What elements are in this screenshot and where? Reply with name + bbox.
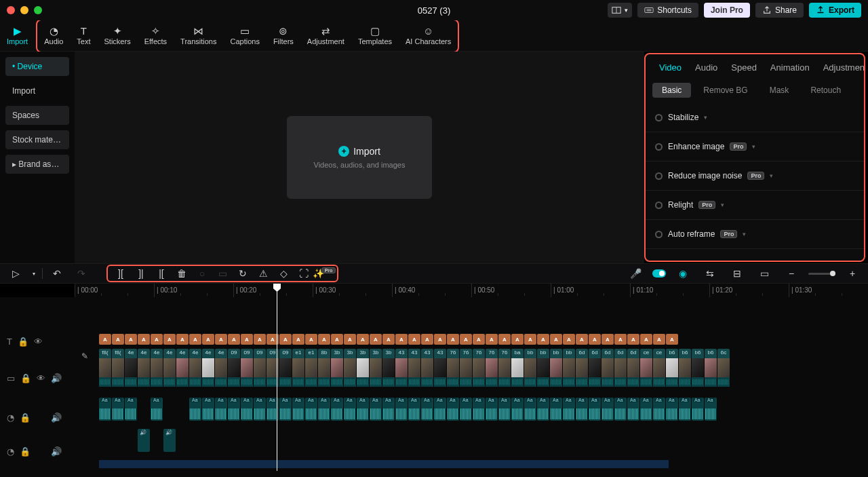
crop-tool[interactable]: ⛶ xyxy=(294,265,314,282)
tab-adjustment[interactable]: ⇄Adjustment xyxy=(300,20,351,52)
video-clip[interactable] xyxy=(576,358,588,387)
text-clip[interactable]: A xyxy=(589,334,601,345)
video-clip[interactable] xyxy=(189,358,201,387)
video-clip[interactable] xyxy=(125,358,137,387)
audio-clip[interactable] xyxy=(408,398,420,421)
video-clip[interactable] xyxy=(447,358,459,387)
video-clip[interactable] xyxy=(537,358,549,387)
text-clip[interactable]: A xyxy=(331,334,343,345)
audio-clip[interactable] xyxy=(241,398,253,421)
video-clip[interactable] xyxy=(640,358,652,387)
text-clip[interactable]: A xyxy=(537,334,549,345)
video-clip[interactable] xyxy=(202,358,214,387)
rp-tab-adjustment[interactable]: Adjustmen xyxy=(816,60,865,75)
audio-clip[interactable] xyxy=(138,429,150,452)
tab-text[interactable]: TText xyxy=(70,20,97,52)
audio-clip[interactable] xyxy=(576,398,588,421)
audio-clip[interactable] xyxy=(370,398,382,421)
audio-clip[interactable] xyxy=(267,398,279,421)
audio-clip[interactable] xyxy=(601,398,614,421)
trim-right-tool[interactable]: |[ xyxy=(151,265,172,282)
sidebar-item-import[interactable]: Import xyxy=(5,81,69,100)
share-button[interactable]: Share xyxy=(755,3,804,18)
align-button[interactable]: ⊟ xyxy=(727,265,747,282)
text-clip[interactable]: A xyxy=(601,334,614,345)
layout-button[interactable]: ▾ xyxy=(608,3,632,18)
audio-clip[interactable] xyxy=(511,398,524,421)
pencil-icon[interactable]: ✎ xyxy=(81,351,88,361)
subtab-basic[interactable]: Basic xyxy=(652,83,691,98)
video-clip[interactable] xyxy=(679,358,691,387)
text-track[interactable]: AAAAAAAAAAAAAAAAAAAAAAAAAAAAAAAAAAAAAAAA… xyxy=(99,334,868,346)
video-clip[interactable] xyxy=(292,358,304,387)
reverse-tool[interactable]: ↻ xyxy=(233,265,253,282)
text-clip[interactable]: A xyxy=(292,334,304,345)
enhance-tool[interactable]: ✨Pro xyxy=(314,265,334,282)
video-clip[interactable] xyxy=(382,358,395,387)
video-clip[interactable] xyxy=(163,358,176,387)
video-clip[interactable] xyxy=(705,358,717,387)
audio-clip[interactable] xyxy=(395,398,408,421)
audio-clip[interactable] xyxy=(640,398,652,421)
mute-icon[interactable]: 🔊 xyxy=(51,446,62,457)
zoom-out[interactable]: − xyxy=(781,265,802,282)
text-clip[interactable]: A xyxy=(666,334,678,345)
video-clip[interactable] xyxy=(589,358,601,387)
audio-clip[interactable] xyxy=(679,398,691,421)
video-track[interactable] xyxy=(99,358,868,387)
text-clip[interactable]: A xyxy=(176,334,189,345)
eye-icon[interactable]: 👁 xyxy=(37,373,45,383)
inspector-row[interactable]: Remove flickers Pro ▾ xyxy=(646,249,864,258)
audio-clip[interactable] xyxy=(498,398,511,421)
video-clip[interactable] xyxy=(666,358,678,387)
text-clip[interactable]: A xyxy=(357,334,369,345)
audio-clip[interactable] xyxy=(125,398,137,421)
video-clip[interactable] xyxy=(267,358,279,387)
subtab-removebg[interactable]: Remove BG xyxy=(694,83,757,98)
select-tool[interactable]: ▷ xyxy=(5,265,26,282)
audio-clip[interactable] xyxy=(486,398,498,421)
text-clip[interactable]: A xyxy=(254,334,266,345)
inspector-row[interactable]: Relight Pro ▾ xyxy=(646,191,864,220)
audio-clip[interactable] xyxy=(666,398,678,421)
audio-clip[interactable] xyxy=(112,398,124,421)
video-clip[interactable] xyxy=(228,358,240,387)
text-clip[interactable]: A xyxy=(473,334,485,345)
audio-clip[interactable] xyxy=(589,398,601,421)
eye-icon[interactable]: 👁 xyxy=(34,337,43,347)
sidebar-item-brand[interactable]: ▸ Brand assets xyxy=(5,155,69,174)
link-button[interactable]: ⇆ xyxy=(700,265,720,282)
audio-clip[interactable] xyxy=(382,398,395,421)
inspector-row[interactable]: Stabilize ▾ xyxy=(646,103,864,132)
audio-clip[interactable] xyxy=(705,398,717,421)
audio-clip[interactable] xyxy=(163,429,176,452)
audio-clip[interactable] xyxy=(550,398,562,421)
tab-ai-characters[interactable]: ☺AI Characters xyxy=(399,20,458,52)
text-clip[interactable]: A xyxy=(99,334,111,345)
tab-import[interactable]: ▶ Import xyxy=(0,20,35,52)
text-clip[interactable]: A xyxy=(370,334,382,345)
zoom-in[interactable]: + xyxy=(842,265,863,282)
window-close[interactable] xyxy=(7,6,15,14)
audio-clip[interactable] xyxy=(318,398,330,421)
audio-track-2[interactable] xyxy=(99,429,868,452)
text-clip[interactable]: A xyxy=(138,334,150,345)
video-clip[interactable] xyxy=(331,358,343,387)
text-clip[interactable]: A xyxy=(189,334,201,345)
audio-clip[interactable] xyxy=(228,398,240,421)
subtab-retouch[interactable]: Retouch xyxy=(801,83,850,98)
video-clip[interactable] xyxy=(176,358,189,387)
audio-clip[interactable] xyxy=(202,398,214,421)
audio-clip[interactable] xyxy=(524,398,536,421)
text-clip[interactable]: A xyxy=(267,334,279,345)
text-clip[interactable]: A xyxy=(460,334,472,345)
video-clip[interactable] xyxy=(550,358,562,387)
video-clip[interactable] xyxy=(511,358,524,387)
text-clip[interactable]: A xyxy=(576,334,588,345)
sidebar-item-stock[interactable]: Stock mate… xyxy=(5,130,69,149)
video-clip[interactable] xyxy=(254,358,266,387)
text-clip[interactable]: A xyxy=(524,334,536,345)
video-clip[interactable] xyxy=(138,358,150,387)
audio-clip[interactable] xyxy=(99,398,111,421)
text-clip[interactable]: A xyxy=(653,334,665,345)
